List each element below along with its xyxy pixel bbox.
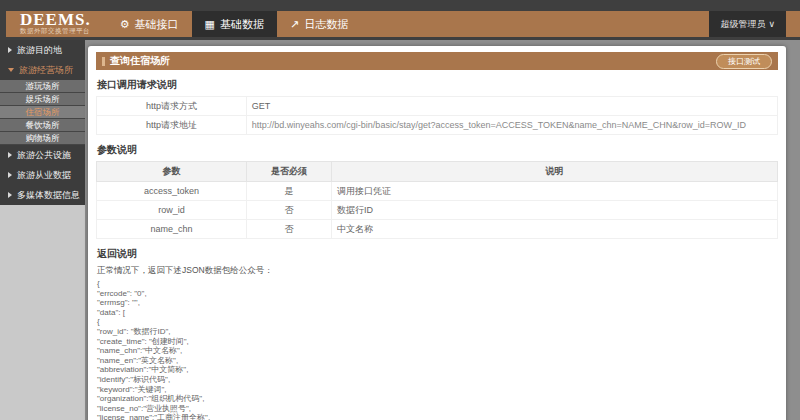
- json-line: {: [97, 317, 778, 327]
- json-line: "keyword":"关键词",: [97, 385, 778, 395]
- param-desc: 中文名称: [331, 220, 777, 239]
- sidebar-item-label: 旅游经营场所: [19, 64, 73, 77]
- content-card: 查询住宿场所 接口测试 接口调用请求说明 http请求方式 GET http请求…: [88, 46, 786, 420]
- api-test-button[interactable]: 接口测试: [716, 54, 772, 69]
- nav-strip: DEEMS. 数据外部交换管理平台 ⚙ 基础接口 ▦ 基础数据 ↗ 日志数据 超…: [6, 11, 800, 37]
- main-area: 查询住宿场所 接口测试 接口调用请求说明 http请求方式 GET http请求…: [85, 40, 800, 420]
- table-row: http请求方式 GET: [97, 97, 778, 116]
- param-name-header: 参数: [97, 162, 247, 182]
- caret-right-icon: [8, 192, 12, 198]
- sidebar-menu: 旅游目的地 旅游经营场所 游玩场所 娱乐场所 住宿场所 餐饮场所 购物场所 旅游…: [0, 40, 85, 205]
- json-line: "license_no":"营业执照号",: [97, 404, 778, 414]
- user-menu[interactable]: 超级管理员 ∨: [709, 11, 786, 37]
- param-desc: 调用接口凭证: [331, 182, 777, 201]
- request-method-value: GET: [246, 97, 777, 116]
- json-line: "data": [: [97, 308, 778, 318]
- sidebar-subitem-lodging-places[interactable]: 住宿场所: [0, 106, 85, 119]
- tab-label: 基础接口: [135, 17, 179, 32]
- sidebar-item-business-places[interactable]: 旅游经营场所: [0, 60, 85, 80]
- json-line: "abbreviation":"中文简称",: [97, 365, 778, 375]
- param-required: 否: [246, 201, 331, 220]
- request-url-label: http请求地址: [97, 116, 247, 135]
- param-required: 是: [246, 182, 331, 201]
- sidebar-item-label: 旅游公共设施: [17, 149, 71, 162]
- param-name: access_token: [97, 182, 247, 201]
- json-line: "identify":"标识代码",: [97, 375, 778, 385]
- content-header: 查询住宿场所 接口测试: [96, 52, 778, 70]
- grid-icon: ▦: [205, 19, 215, 30]
- sidebar-item-public-facilities[interactable]: 旅游公共设施: [0, 145, 85, 165]
- share-arrow-icon: ↗: [290, 19, 299, 30]
- sidebar-item-employment-data[interactable]: 旅游从业数据: [0, 165, 85, 185]
- page-body: 旅游目的地 旅游经营场所 游玩场所 娱乐场所 住宿场所 餐饮场所 购物场所 旅游…: [0, 40, 800, 420]
- json-line: "errcode": "0",: [97, 289, 778, 299]
- table-row: row_id 否 数据行ID: [97, 201, 778, 220]
- sidebar-item-label: 旅游从业数据: [17, 169, 71, 182]
- table-row: access_token 是 调用接口凭证: [97, 182, 778, 201]
- sidebar-item-multimedia-info[interactable]: 多媒体数据信息: [0, 185, 85, 205]
- param-desc: 数据行ID: [331, 201, 777, 220]
- title-accent-bar: [102, 57, 105, 66]
- tab-label: 基础数据: [220, 17, 264, 32]
- request-method-label: http请求方式: [97, 97, 247, 116]
- tab-basic-interface[interactable]: ⚙ 基础接口: [107, 11, 192, 37]
- logo-subtitle: 数据外部交换管理平台: [20, 27, 91, 36]
- table-header-row: 参数 是否必须 说明: [97, 162, 778, 182]
- params-section-title: 参数说明: [97, 143, 778, 157]
- sidebar-item-label: 多媒体数据信息: [17, 189, 80, 202]
- gear-icon: ⚙: [120, 19, 130, 30]
- page-title: 查询住宿场所: [110, 54, 170, 68]
- sidebar-subitem-play-places[interactable]: 游玩场所: [0, 80, 85, 93]
- sidebar-item-destinations[interactable]: 旅游目的地: [0, 40, 85, 60]
- table-row: http请求地址 http://bd.winyeahs.com/cgi-bin/…: [97, 116, 778, 135]
- request-section-title: 接口调用请求说明: [97, 78, 778, 92]
- caret-right-icon: [8, 172, 12, 178]
- tab-basic-data[interactable]: ▦ 基础数据: [192, 11, 277, 37]
- tab-label: 日志数据: [304, 17, 348, 32]
- caret-down-icon: [8, 68, 14, 72]
- main-nav-tabs: ⚙ 基础接口 ▦ 基础数据 ↗ 日志数据: [107, 11, 362, 37]
- param-name: name_chn: [97, 220, 247, 239]
- sidebar-item-label: 旅游目的地: [17, 44, 62, 57]
- json-line: "errmsg": "",: [97, 298, 778, 308]
- param-desc-header: 说明: [331, 162, 777, 182]
- user-name: 超级管理员: [720, 18, 765, 31]
- top-bar: DEEMS. 数据外部交换管理平台 ⚙ 基础接口 ▦ 基础数据 ↗ 日志数据 超…: [0, 0, 800, 40]
- request-url-value: http://bd.winyeahs.com/cgi-bin/basic/sta…: [246, 116, 777, 135]
- json-line: "organization":"组织机构代码",: [97, 394, 778, 404]
- return-section-title: 返回说明: [97, 247, 778, 261]
- json-response-sample: { "errcode": "0", "errmsg": "", "data": …: [97, 279, 778, 420]
- request-table: http请求方式 GET http请求地址 http://bd.winyeahs…: [96, 96, 778, 135]
- logo-text: DEEMS.: [20, 12, 91, 27]
- sidebar-subitem-entertainment-places[interactable]: 娱乐场所: [0, 93, 85, 106]
- sidebar-filler: [0, 205, 85, 420]
- caret-right-icon: [8, 152, 12, 158]
- params-table: 参数 是否必须 说明 access_token 是 调用接口凭证 row_id …: [96, 161, 778, 239]
- caret-right-icon: [8, 47, 12, 53]
- table-row: name_chn 否 中文名称: [97, 220, 778, 239]
- json-line: "license_name":"工商注册全称",: [97, 413, 778, 420]
- json-line: "create_time": "创建时间",: [97, 337, 778, 347]
- json-line: {: [97, 279, 778, 289]
- sidebar-subitem-shopping-places[interactable]: 购物场所: [0, 132, 85, 145]
- return-intro: 正常情况下，返回下述JSON数据包给公众号：: [97, 265, 778, 277]
- json-line: "row_id": "数据行ID",: [97, 327, 778, 337]
- json-line: "name_en":"英文名称",: [97, 356, 778, 366]
- brand-logo: DEEMS. 数据外部交换管理平台: [6, 12, 101, 36]
- chevron-down-icon: ∨: [768, 19, 775, 29]
- param-required: 否: [246, 220, 331, 239]
- json-line: "name_chn":"中文名称",: [97, 346, 778, 356]
- param-required-header: 是否必须: [246, 162, 331, 182]
- sidebar: 旅游目的地 旅游经营场所 游玩场所 娱乐场所 住宿场所 餐饮场所 购物场所 旅游…: [0, 40, 85, 420]
- tab-log-data[interactable]: ↗ 日志数据: [277, 11, 361, 37]
- param-name: row_id: [97, 201, 247, 220]
- sidebar-subitem-dining-places[interactable]: 餐饮场所: [0, 119, 85, 132]
